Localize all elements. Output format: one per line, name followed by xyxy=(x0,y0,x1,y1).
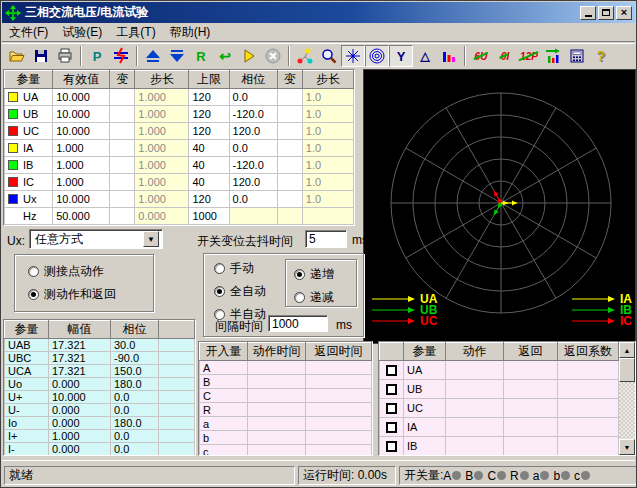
check-cell[interactable] xyxy=(380,456,404,457)
param-cell[interactable]: UC xyxy=(5,123,53,140)
col-ret-time[interactable]: 返回时间 xyxy=(306,343,372,361)
check-cell[interactable] xyxy=(380,437,404,456)
scroll-down-icon[interactable]: ▼ xyxy=(619,439,635,455)
run-button[interactable] xyxy=(237,45,261,67)
col-return[interactable]: 返回 xyxy=(504,343,558,361)
phase-cell[interactable]: 0.0 xyxy=(229,89,277,106)
step-cell[interactable]: 0.000 xyxy=(135,208,189,225)
radio-button[interactable] xyxy=(28,266,39,277)
param-cell[interactable]: UA xyxy=(5,89,53,106)
rms-cell[interactable]: 1.000 xyxy=(53,157,110,174)
scroll-up-icon[interactable]: ▲ xyxy=(619,342,635,358)
radio-button[interactable] xyxy=(28,289,39,300)
checkbox[interactable] xyxy=(386,384,397,395)
radio-button[interactable] xyxy=(214,286,225,297)
limit-cell[interactable]: 120 xyxy=(189,89,229,106)
step2-cell[interactable]: 1.0 xyxy=(302,123,353,140)
check-cell[interactable] xyxy=(380,361,404,380)
limit-cell[interactable]: 1000 xyxy=(189,208,229,225)
var-cell[interactable] xyxy=(110,123,135,140)
phase-cell[interactable]: -120.0 xyxy=(229,157,277,174)
var-cell[interactable] xyxy=(110,140,135,157)
rms-cell[interactable]: 1.000 xyxy=(53,140,110,157)
radio-option[interactable]: 递减 xyxy=(294,289,334,306)
col-dparam[interactable]: 参量 xyxy=(5,321,49,339)
step2-cell[interactable]: 1.0 xyxy=(302,191,353,208)
col-step2[interactable]: 步长 xyxy=(302,71,353,89)
param-cell[interactable]: Hz xyxy=(5,208,53,225)
save-button[interactable] xyxy=(29,45,53,67)
twelve-phase-button[interactable]: 12P xyxy=(517,45,541,67)
col-phase[interactable]: 相位 xyxy=(229,71,277,89)
check-cell[interactable] xyxy=(380,418,404,437)
check-cell[interactable] xyxy=(380,380,404,399)
lower-button[interactable] xyxy=(165,45,189,67)
col-limit[interactable]: 上限 xyxy=(189,71,229,89)
limit-cell[interactable]: 40 xyxy=(189,157,229,174)
limit-cell[interactable]: 120 xyxy=(189,123,229,140)
var2-cell[interactable] xyxy=(277,174,302,191)
var2-cell[interactable] xyxy=(277,140,302,157)
var2-cell[interactable] xyxy=(277,89,302,106)
vertical-scrollbar[interactable]: ▲ ▼ xyxy=(619,342,635,455)
step-cell[interactable]: 1.000 xyxy=(135,174,189,191)
reset-button[interactable]: R xyxy=(189,45,213,67)
var2-cell[interactable] xyxy=(277,191,302,208)
bar-graph-button[interactable] xyxy=(437,45,461,67)
radio-option[interactable]: 测接点动作 xyxy=(28,263,116,280)
zoom-button[interactable] xyxy=(317,45,341,67)
col-aparam[interactable]: 参量 xyxy=(404,343,446,361)
step-cell[interactable]: 1.000 xyxy=(135,123,189,140)
six-current-button[interactable]: 6I xyxy=(493,45,517,67)
phase-cell[interactable]: -120.0 xyxy=(229,106,277,123)
checkbox[interactable] xyxy=(386,365,397,376)
check-cell[interactable] xyxy=(380,399,404,418)
step-cell[interactable]: 1.000 xyxy=(135,157,189,174)
col-amplitude[interactable]: 幅值 xyxy=(49,321,111,339)
col-step[interactable]: 步长 xyxy=(135,71,189,89)
rms-cell[interactable]: 50.000 xyxy=(53,208,110,225)
step2-cell[interactable]: 1.0 xyxy=(302,157,353,174)
param-cell[interactable]: IB xyxy=(5,157,53,174)
print-button[interactable] xyxy=(53,45,77,67)
rms-cell[interactable]: 10.000 xyxy=(53,191,110,208)
delta-connection-button[interactable]: △ xyxy=(413,45,437,67)
step2-cell[interactable]: 1.0 xyxy=(302,106,353,123)
col-return-coef[interactable]: 返回系数 xyxy=(558,343,619,361)
radio-button[interactable] xyxy=(214,263,225,274)
col-var2[interactable]: 变 xyxy=(277,71,302,89)
harmonics-button[interactable] xyxy=(541,45,565,67)
rms-cell[interactable]: 10.000 xyxy=(53,89,110,106)
rms-cell[interactable]: 10.000 xyxy=(53,106,110,123)
menu-help[interactable]: 帮助(H) xyxy=(163,23,218,42)
step2-cell[interactable] xyxy=(302,208,353,225)
phase-cell[interactable]: 120.0 xyxy=(229,123,277,140)
rms-cell[interactable]: 10.000 xyxy=(53,123,110,140)
step-cell[interactable]: 1.000 xyxy=(135,89,189,106)
step-cell[interactable]: 1.000 xyxy=(135,191,189,208)
var2-cell[interactable] xyxy=(277,208,302,225)
chevron-down-icon[interactable]: ▼ xyxy=(143,231,159,247)
phase-p-button[interactable]: P xyxy=(85,45,109,67)
param-cell[interactable]: UB xyxy=(5,106,53,123)
var-cell[interactable] xyxy=(110,208,135,225)
limit-cell[interactable]: 40 xyxy=(189,140,229,157)
rays-view-button[interactable] xyxy=(341,45,365,67)
step2-cell[interactable]: 1.0 xyxy=(302,174,353,191)
menu-test[interactable]: 试验(E) xyxy=(55,23,109,42)
param-cell[interactable]: Ux xyxy=(5,191,53,208)
col-action[interactable]: 动作 xyxy=(446,343,504,361)
ux-mode-select[interactable]: 任意方式 ▼ xyxy=(29,229,163,249)
step2-cell[interactable]: 1.0 xyxy=(302,140,353,157)
limit-cell[interactable]: 120 xyxy=(189,106,229,123)
menu-tools[interactable]: 工具(T) xyxy=(109,23,162,42)
var-cell[interactable] xyxy=(110,106,135,123)
interval-input[interactable] xyxy=(268,315,328,332)
checkbox[interactable] xyxy=(386,403,397,414)
six-voltage-button[interactable]: 6U xyxy=(469,45,493,67)
param-cell[interactable]: IC xyxy=(5,174,53,191)
phase-sequence-button[interactable] xyxy=(109,45,133,67)
radio-button[interactable] xyxy=(294,269,305,280)
undo-button[interactable]: ↩ xyxy=(213,45,237,67)
step-cell[interactable]: 1.000 xyxy=(135,140,189,157)
